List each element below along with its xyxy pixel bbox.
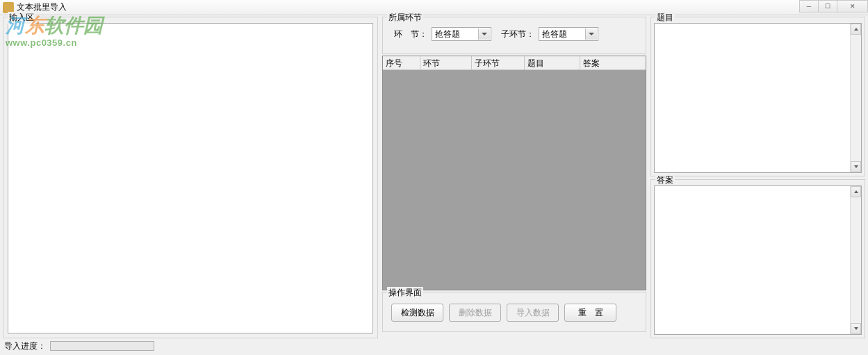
- input-textarea[interactable]: [8, 23, 373, 333]
- table-body: [383, 70, 646, 290]
- section-row: 环 节： 抢答题 子环节： 抢答题: [394, 27, 641, 41]
- section-groupbox: 所属环节 环 节： 抢答题 子环节： 抢答题: [382, 17, 646, 54]
- th-section[interactable]: 环节: [420, 56, 472, 69]
- titlebar: 文本批里导入 ─ ☐ ✕: [0, 0, 868, 15]
- scroll-down-button[interactable]: [851, 323, 861, 334]
- chevron-up-icon: [854, 190, 858, 193]
- content-area: 输入区 所属环节 环 节： 抢答题 子环节： 抢答题 序号: [0, 15, 868, 338]
- sub-section-value: 抢答题: [542, 28, 567, 40]
- ops-legend: 操作界面: [387, 287, 423, 299]
- maximize-button[interactable]: ☐: [818, 0, 837, 13]
- th-answer[interactable]: 答案: [580, 56, 646, 69]
- main-section-label: 环 节：: [394, 28, 427, 40]
- scrollbar[interactable]: [850, 186, 861, 335]
- detect-button[interactable]: 检测数据: [391, 304, 443, 322]
- statusbar: 导入进度：: [0, 338, 868, 354]
- chevron-down-icon: [589, 33, 594, 35]
- close-button[interactable]: ✕: [837, 0, 868, 13]
- th-subsection[interactable]: 子环节: [472, 56, 525, 69]
- question-legend: 题目: [655, 12, 675, 24]
- answer-textarea[interactable]: [654, 185, 862, 336]
- import-button[interactable]: 导入数据: [507, 304, 559, 322]
- main-section-dropdown[interactable]: 抢答题: [432, 27, 491, 41]
- chevron-down-icon: [482, 33, 487, 35]
- delete-button[interactable]: 删除数据: [449, 304, 501, 322]
- ops-buttons: 检测数据 删除数据 导入数据 重 置: [387, 298, 641, 326]
- minimize-button[interactable]: ─: [799, 0, 819, 13]
- th-question[interactable]: 题目: [525, 56, 580, 69]
- input-legend: 输入区: [8, 12, 35, 24]
- input-groupbox: 输入区: [3, 17, 378, 338]
- progress-label: 导入进度：: [4, 340, 46, 352]
- scroll-down-button[interactable]: [851, 161, 861, 172]
- chevron-down-icon: [854, 327, 858, 330]
- middle-column: 所属环节 环 节： 抢答题 子环节： 抢答题 序号 环节 子环节 题目: [382, 17, 646, 338]
- section-legend: 所属环节: [387, 12, 423, 24]
- sub-section-label: 子环节：: [501, 28, 534, 40]
- data-table[interactable]: 序号 环节 子环节 题目 答案: [382, 56, 646, 290]
- question-groupbox: 题目: [650, 17, 865, 176]
- scroll-up-button[interactable]: [851, 24, 861, 35]
- scroll-up-button[interactable]: [851, 186, 861, 197]
- progress-bar: [50, 341, 154, 351]
- scrollbar[interactable]: [850, 24, 861, 172]
- sub-section-dropdown[interactable]: 抢答题: [539, 27, 598, 41]
- ops-groupbox: 操作界面 检测数据 删除数据 导入数据 重 置: [382, 292, 646, 332]
- question-textarea[interactable]: [654, 23, 862, 173]
- left-column: 输入区: [3, 17, 378, 338]
- right-column: 题目 答案: [650, 17, 865, 338]
- table-header: 序号 环节 子环节 题目 答案: [383, 56, 646, 70]
- chevron-up-icon: [854, 28, 858, 31]
- answer-legend: 答案: [655, 174, 675, 186]
- reset-button[interactable]: 重 置: [564, 304, 616, 322]
- main-section-value: 抢答题: [435, 28, 460, 40]
- window-controls: ─ ☐ ✕: [800, 0, 868, 13]
- th-index[interactable]: 序号: [383, 56, 420, 69]
- chevron-down-icon: [854, 165, 858, 168]
- answer-groupbox: 答案: [650, 179, 865, 339]
